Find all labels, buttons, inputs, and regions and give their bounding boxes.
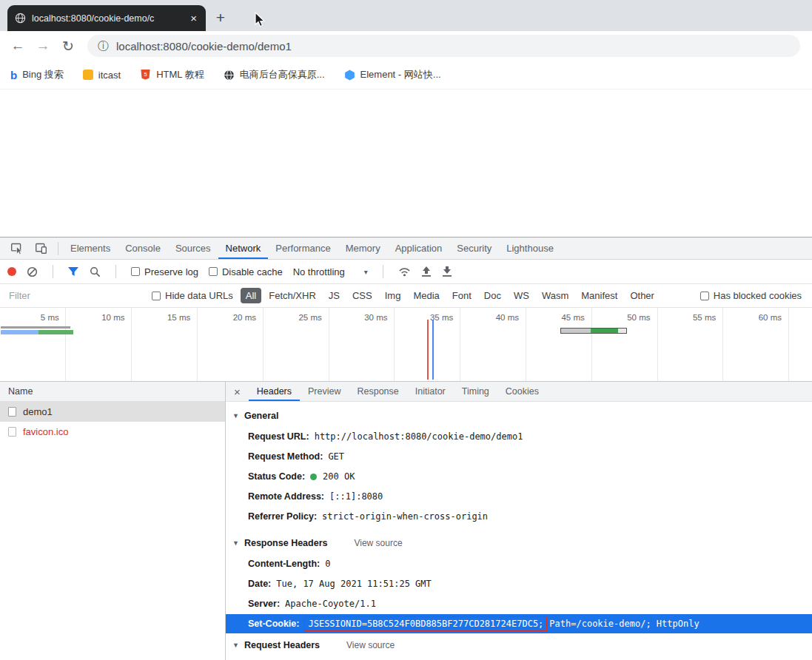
tab-application[interactable]: Application <box>388 238 450 259</box>
header-line-date: Date:Tue, 17 Aug 2021 11:51:25 GMT <box>226 574 812 594</box>
browser-tab[interactable]: localhost:8080/cookie-demo/c × <box>7 5 206 31</box>
tab-elements[interactable]: Elements <box>63 238 118 259</box>
chip-js[interactable]: JS <box>323 288 345 303</box>
chip-ws[interactable]: WS <box>509 288 534 303</box>
bookmark-itcast[interactable]: itcast <box>83 70 121 81</box>
address-bar[interactable]: ⓘ localhost:8080/cookie-demo/demo1 <box>87 35 800 57</box>
tick-label: 15 ms <box>132 313 198 322</box>
chip-doc[interactable]: Doc <box>479 288 506 303</box>
view-source-link[interactable]: View source <box>354 538 402 548</box>
tab-security[interactable]: Security <box>449 238 499 259</box>
preserve-log-checkbox[interactable]: Preserve log <box>131 266 198 277</box>
network-conditions-icon[interactable] <box>398 266 411 277</box>
set-cookie-rest: Path=/cookie-demo/; HttpOnly <box>549 619 699 629</box>
network-toolbar: Preserve log Disable cache No throttling… <box>0 260 812 284</box>
tab-cookies[interactable]: Cookies <box>497 382 547 401</box>
chip-css[interactable]: CSS <box>347 288 378 303</box>
forward-button[interactable]: → <box>33 38 53 54</box>
has-blocked-cookies-checkbox[interactable]: Has blocked cookies <box>700 290 802 301</box>
header-value: 200 OK <box>323 471 355 482</box>
chip-manifest[interactable]: Manifest <box>576 288 623 303</box>
filter-funnel-icon[interactable] <box>68 267 79 277</box>
header-key: Referrer Policy: <box>248 511 317 522</box>
header-key: Set-Cookie: <box>248 619 299 629</box>
waterfall-bar-demo1-queue <box>1 326 70 329</box>
request-list-panel: Name demo1 favicon.ico <box>0 382 226 660</box>
search-icon[interactable] <box>90 266 101 277</box>
chip-other[interactable]: Other <box>625 288 660 303</box>
chip-img[interactable]: Img <box>380 288 406 303</box>
bookmark-bing[interactable]: b Bing 搜索 <box>10 68 64 81</box>
navigation-bar: ← → ↻ ⓘ localhost:8080/cookie-demo/demo1 <box>0 31 812 61</box>
tab-initiator[interactable]: Initiator <box>407 382 454 401</box>
preserve-log-label: Preserve log <box>144 266 198 277</box>
inspect-element-icon[interactable] <box>4 242 29 255</box>
tab-timing[interactable]: Timing <box>454 382 497 401</box>
tab-headers[interactable]: Headers <box>249 382 300 401</box>
request-headers-title: Request Headers <box>244 640 320 650</box>
chip-media[interactable]: Media <box>408 288 444 303</box>
checkbox[interactable] <box>209 267 218 276</box>
checkbox[interactable] <box>152 292 161 300</box>
bookmark-element[interactable]: Element - 网站快... <box>344 68 441 81</box>
tab-close-icon[interactable]: × <box>189 12 198 24</box>
disable-cache-checkbox[interactable]: Disable cache <box>209 266 283 277</box>
chip-font[interactable]: Font <box>447 288 477 303</box>
chip-wasm[interactable]: Wasm <box>537 288 574 303</box>
tab-memory[interactable]: Memory <box>338 238 388 259</box>
tick-label: 20 ms <box>197 313 263 322</box>
name-column-header[interactable]: Name <box>0 382 225 402</box>
tab-network[interactable]: Network <box>218 238 269 259</box>
throttling-dropdown[interactable]: No throttling ▾ <box>293 266 368 277</box>
new-tab-button[interactable]: + <box>210 7 231 28</box>
chip-fetch-xhr[interactable]: Fetch/XHR <box>264 288 321 303</box>
checkbox[interactable] <box>131 267 140 276</box>
response-headers-title: Response Headers <box>244 538 328 548</box>
request-headers-section-header[interactable]: ▼ Request Headers View source <box>226 633 812 656</box>
close-details-icon[interactable]: × <box>226 385 249 398</box>
tab-performance[interactable]: Performance <box>268 238 338 259</box>
request-row-demo1[interactable]: demo1 <box>0 402 225 422</box>
network-filter-input[interactable] <box>7 289 144 302</box>
header-value: GET <box>328 451 344 462</box>
throttling-value: No throttling <box>293 266 345 277</box>
site-info-icon[interactable]: ⓘ <box>98 39 109 53</box>
tab-strip: localhost:8080/cookie-demo/c × + <box>0 0 812 31</box>
export-har-icon[interactable] <box>442 266 452 277</box>
tab-console[interactable]: Console <box>118 238 168 259</box>
chip-all[interactable]: All <box>241 288 261 303</box>
back-button[interactable]: ← <box>7 38 28 54</box>
header-key: Remote Address: <box>248 491 324 502</box>
hide-data-urls-checkbox[interactable]: Hide data URLs <box>152 290 233 301</box>
triangle-expanded-icon: ▼ <box>232 642 239 649</box>
general-section-header[interactable]: ▼ General <box>226 404 812 427</box>
tab-sources[interactable]: Sources <box>168 238 218 259</box>
response-headers-section-header[interactable]: ▼ Response Headers View source <box>226 531 812 554</box>
tick-label: 50 ms <box>591 313 657 322</box>
general-title: General <box>244 411 279 421</box>
checkbox[interactable] <box>700 292 709 300</box>
header-line-set-cookie-selected[interactable]: Set-Cookie:JSESSIONID=5B8C524F0BD885BF27… <box>226 614 812 633</box>
clear-icon[interactable] <box>27 266 38 277</box>
request-name: demo1 <box>23 406 53 417</box>
device-toolbar-icon[interactable] <box>29 242 53 255</box>
tab-response[interactable]: Response <box>349 382 406 401</box>
record-button[interactable] <box>7 267 16 276</box>
import-har-icon[interactable] <box>421 266 432 277</box>
request-row-favicon[interactable]: favicon.ico <box>0 422 225 442</box>
chevron-down-icon: ▾ <box>364 268 368 276</box>
bing-icon: b <box>10 69 17 81</box>
view-source-link[interactable]: View source <box>346 640 395 650</box>
tab-lighthouse[interactable]: Lighthouse <box>499 238 561 259</box>
page-content <box>0 90 812 237</box>
network-body: Name demo1 favicon.ico × Headers Preview… <box>0 382 812 660</box>
tab-preview[interactable]: Preview <box>300 382 349 401</box>
network-overview-timeline[interactable]: 5 ms 10 ms 15 ms 20 ms 25 ms 30 ms 35 ms… <box>0 308 812 382</box>
header-key: Request URL: <box>248 431 309 442</box>
bookmark-label: Bing 搜索 <box>22 68 64 81</box>
bookmark-html-tutorial[interactable]: 5 HTML 教程 <box>140 68 204 81</box>
load-event-line <box>427 320 429 380</box>
reload-button[interactable]: ↻ <box>58 38 78 55</box>
header-key: Content-Length: <box>248 559 320 569</box>
bookmark-ecommerce[interactable]: 电商后台高保真原... <box>224 68 325 81</box>
